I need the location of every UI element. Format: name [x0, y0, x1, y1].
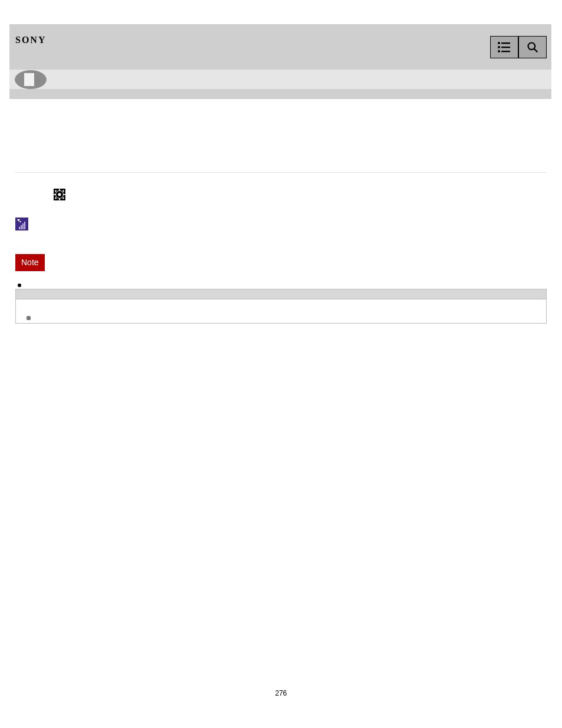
page-number: 276	[0, 689, 562, 697]
header-bar: SONY	[9, 24, 551, 70]
note-label: Note	[15, 254, 45, 272]
search-button[interactable]	[518, 36, 547, 58]
svg-rect-28	[24, 222, 25, 229]
text-segment: (Setup) →	[69, 190, 107, 203]
svg-rect-16	[64, 194, 65, 195]
instruction-line-2	[15, 218, 547, 230]
list-icon	[497, 41, 511, 53]
related-topic-panel	[15, 289, 547, 324]
related-topic-heading	[16, 289, 546, 299]
search-icon	[525, 41, 540, 53]
related-topic-list	[16, 299, 546, 323]
subheader-bar	[9, 70, 551, 99]
svg-rect-26	[21, 225, 22, 229]
svg-point-2	[498, 46, 500, 48]
divider	[15, 172, 547, 173]
settings-gear-icon	[54, 189, 65, 205]
svg-rect-14	[59, 199, 60, 200]
svg-rect-1	[501, 42, 510, 44]
header-buttons	[490, 36, 547, 58]
note-section: Note	[15, 254, 547, 272]
main-content: MENU →	[15, 189, 547, 324]
svg-rect-9	[24, 73, 34, 86]
auto-review-icon	[15, 218, 28, 230]
svg-rect-13	[59, 189, 60, 191]
svg-point-0	[498, 42, 500, 44]
text-segment: MENU →	[15, 190, 50, 203]
svg-line-7	[534, 49, 538, 52]
svg-marker-23	[17, 219, 20, 222]
instruction-line-1: MENU →	[15, 189, 547, 205]
svg-rect-5	[501, 51, 510, 52]
svg-point-21	[58, 193, 61, 196]
svg-rect-25	[19, 227, 20, 229]
brand-logo: SONY	[15, 35, 46, 45]
help-guide-icon	[14, 70, 47, 90]
menu-button[interactable]	[490, 36, 518, 58]
svg-point-6	[528, 43, 535, 50]
svg-rect-27	[22, 223, 24, 229]
svg-rect-15	[54, 194, 56, 195]
svg-rect-3	[501, 47, 510, 48]
svg-point-4	[498, 50, 500, 52]
